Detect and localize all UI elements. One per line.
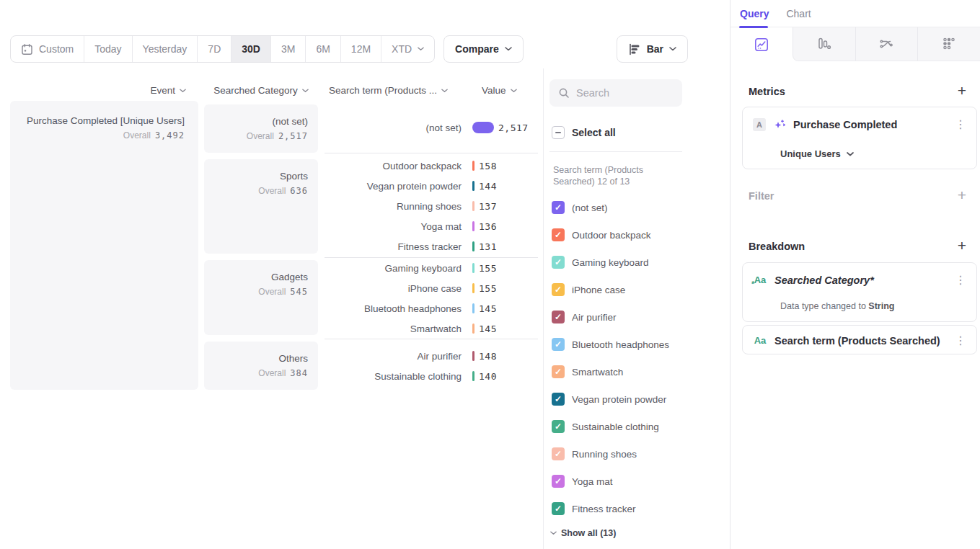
checkbox-checked[interactable]: ✓ — [552, 311, 565, 323]
tab-insights[interactable] — [730, 27, 793, 61]
term-row[interactable]: Vegan protein powder144 — [325, 176, 538, 196]
checkbox-checked[interactable]: ✓ — [552, 393, 565, 406]
filter-item-yoga-mat[interactable]: ✓Yoga mat — [552, 475, 669, 488]
date-range-group: CustomTodayYesterday7D30D3M6M12MXTD — [10, 35, 435, 63]
chart-type-select[interactable]: Bar — [617, 35, 688, 63]
select-all-checkbox[interactable] — [552, 126, 565, 139]
filter-item-not-set[interactable]: ✓(not set) — [552, 201, 669, 214]
chevron-down-icon — [847, 152, 854, 156]
date-range-12m[interactable]: 12M — [341, 36, 381, 62]
event-cell[interactable]: Purchase Completed [Unique Users] Overal… — [10, 101, 198, 390]
show-all-link[interactable]: Show all (13) — [550, 528, 616, 538]
tab-retention[interactable] — [917, 27, 980, 61]
term-row[interactable]: Gaming keyboard155 — [325, 258, 538, 278]
retention-dots-icon — [942, 37, 956, 51]
chevron-down-icon — [418, 47, 424, 51]
string-property-icon: *Aa — [753, 274, 767, 285]
date-range-yesterday[interactable]: Yesterday — [133, 36, 198, 62]
search-box[interactable] — [549, 79, 682, 107]
checkbox-checked[interactable]: ✓ — [552, 201, 565, 214]
add-breakdown-button[interactable]: + — [958, 238, 966, 253]
term-row[interactable]: Outdoor backpack158 — [325, 156, 538, 176]
term-name: Outdoor backpack — [325, 161, 462, 171]
chevron-down-icon — [511, 89, 517, 93]
filter-item-sustainable-clothing[interactable]: ✓Sustainable clothing — [552, 420, 669, 433]
kebab-menu-icon[interactable]: ⋮ — [955, 117, 966, 131]
value-bar — [472, 323, 474, 334]
tab-query[interactable]: Query — [740, 8, 769, 19]
category-cell[interactable]: (not set)Overall2,517 — [204, 104, 318, 153]
column-header-searched-category[interactable]: Searched Category — [204, 84, 318, 97]
term-row[interactable]: Air purifier148 — [325, 346, 538, 366]
filter-item-air-purifier[interactable]: ✓Air purifier — [552, 311, 669, 323]
compare-button[interactable]: Compare — [443, 35, 524, 63]
kebab-menu-icon[interactable]: ⋮ — [955, 273, 966, 287]
checkbox-checked[interactable]: ✓ — [552, 338, 565, 351]
filter-item-fitness-tracker[interactable]: ✓Fitness tracker — [552, 502, 669, 515]
filter-item-gaming-keyboard[interactable]: ✓Gaming keyboard — [552, 256, 669, 269]
term-value: 131 — [479, 241, 497, 252]
term-row[interactable]: Fitness tracker131 — [325, 236, 538, 256]
filter-item-label: Yoga mat — [572, 476, 613, 487]
filter-item-iphone-case[interactable]: ✓iPhone case — [552, 283, 669, 296]
checkbox-checked[interactable]: ✓ — [552, 283, 565, 296]
add-metric-button[interactable]: + — [958, 83, 966, 98]
category-cell[interactable]: SportsOverall636 — [204, 159, 318, 254]
metric-card[interactable]: A Purchase Completed ⋮ Unique Users — [742, 107, 977, 169]
category-cell[interactable]: GadgetsOverall545 — [204, 260, 318, 335]
term-row[interactable]: Running shoes137 — [325, 196, 538, 216]
checkbox-checked[interactable]: ✓ — [552, 502, 565, 515]
date-range-3m[interactable]: 3M — [271, 36, 306, 62]
chevron-down-icon — [302, 89, 309, 93]
category-name: Gadgets — [204, 272, 308, 282]
tab-funnels[interactable] — [793, 27, 855, 61]
group-divider — [325, 257, 538, 258]
filter-item-label: Outdoor backpack — [572, 230, 651, 241]
measure-select[interactable]: Unique Users — [780, 148, 854, 159]
checkbox-checked[interactable]: ✓ — [552, 228, 565, 241]
term-name: Sustainable clothing — [325, 371, 462, 382]
filter-item-label: Running shoes — [572, 449, 637, 460]
tab-chart[interactable]: Chart — [786, 8, 811, 19]
filter-item-smartwatch[interactable]: ✓Smartwatch — [552, 365, 669, 378]
column-header-value[interactable]: Value — [482, 84, 517, 97]
checkbox-checked[interactable]: ✓ — [552, 475, 565, 488]
chart-type-label: Bar — [647, 43, 663, 55]
add-filter-button[interactable]: + — [958, 187, 966, 202]
chevron-down-icon — [505, 47, 512, 51]
date-range-custom[interactable]: Custom — [11, 36, 84, 62]
column-header-event[interactable]: Event — [10, 84, 186, 97]
checkbox-checked[interactable]: ✓ — [552, 256, 565, 269]
tab-flows[interactable] — [855, 27, 918, 61]
date-range-7d[interactable]: 7D — [198, 36, 231, 62]
category-cell[interactable]: OthersOverall384 — [204, 342, 318, 390]
date-range-6m[interactable]: 6M — [306, 36, 340, 62]
term-value: 137 — [479, 201, 497, 212]
term-row[interactable]: Yoga mat136 — [325, 216, 538, 236]
search-input[interactable] — [576, 87, 674, 99]
term-row[interactable]: Smartwatch145 — [325, 318, 538, 339]
date-range-30d[interactable]: 30D — [231, 36, 271, 62]
filter-item-running-shoes[interactable]: ✓Running shoes — [552, 447, 669, 460]
checkbox-checked[interactable]: ✓ — [552, 420, 565, 433]
filter-item-bluetooth-headphones[interactable]: ✓Bluetooth headphones — [552, 338, 669, 351]
filter-item-outdoor-backpack[interactable]: ✓Outdoor backpack — [552, 228, 669, 241]
date-range-xtd[interactable]: XTD — [381, 36, 434, 62]
breakdown-card-searched-category[interactable]: *Aa Searched Category* ⋮ Data type chang… — [742, 262, 977, 322]
select-all-row[interactable]: Select all — [552, 126, 616, 139]
term-row[interactable]: Bluetooth headphones145 — [325, 298, 538, 318]
term-row[interactable]: Sustainable clothing140 — [325, 366, 538, 386]
value-bar — [472, 161, 474, 171]
term-row[interactable]: (not set)2,517 — [325, 117, 538, 138]
checkbox-checked[interactable]: ✓ — [552, 365, 565, 378]
kebab-menu-icon[interactable]: ⋮ — [955, 334, 966, 347]
checkbox-checked[interactable]: ✓ — [552, 447, 565, 460]
term-row[interactable]: iPhone case155 — [325, 278, 538, 298]
term-name: Running shoes — [325, 201, 462, 212]
filter-item-vegan-protein-powder[interactable]: ✓Vegan protein powder — [552, 393, 669, 406]
term-value: 136 — [479, 221, 497, 232]
date-range-today[interactable]: Today — [84, 36, 132, 62]
breakdown-card-search-term[interactable]: Aa Search term (Products Searched) ⋮ — [742, 325, 977, 354]
funnel-bars-icon — [817, 37, 831, 51]
column-header-search-term[interactable]: Search term (Products ... — [329, 84, 448, 97]
